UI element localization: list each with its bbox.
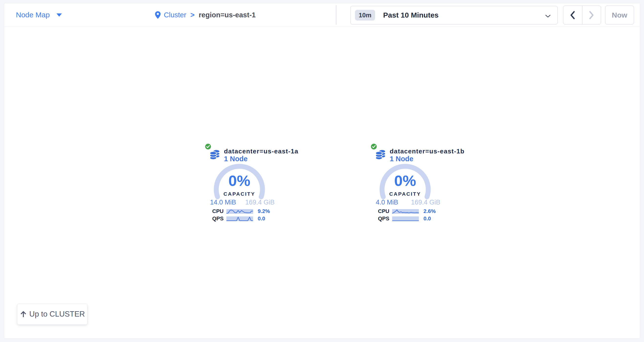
capacity-total: 169.4 GiB [411,199,440,206]
locality-card-us-east-1b[interactable]: datacenter=us-east-1b 1 Node 0% CAPACITY… [364,143,447,224]
qps-label: QPS [212,215,226,222]
capacity-used: 4.0 MiB [376,199,398,206]
arrow-up-icon [20,311,27,318]
qps-sparkline [226,216,253,221]
locality-card-us-east-1a[interactable]: datacenter=us-east-1a 1 Node 0% CAPACITY… [198,143,281,224]
capacity-percentage: 0% [198,173,281,189]
cpu-label: CPU [378,208,392,215]
database-stack-icon [376,149,386,161]
node-map-panel: Node Map Cluster > region=us-east-1 10m … [4,3,640,339]
time-back-button[interactable] [563,6,582,24]
cpu-metric-row: CPU 9.2% [212,208,270,215]
breadcrumb-separator: > [190,11,194,19]
header-divider [336,5,336,25]
capacity-percentage: 0% [364,173,447,189]
cpu-sparkline [392,209,419,214]
node-map-page: Node Map Cluster > region=us-east-1 10m … [0,0,644,342]
cpu-value: 2.6% [424,208,436,215]
cpu-label: CPU [212,208,226,215]
qps-value: 0.0 [258,215,265,222]
breadcrumb: Cluster > region=us-east-1 [155,3,256,27]
cpu-metric-row: CPU 2.6% [378,208,436,215]
cpu-value: 9.2% [258,208,270,215]
locality-title: datacenter=us-east-1b [390,148,464,155]
capacity-label: CAPACITY [364,191,447,197]
capacity-used: 14.0 MiB [210,199,236,206]
view-selector-dropdown[interactable]: Node Map [16,3,62,27]
database-stack-icon [210,149,220,161]
chevron-down-icon [545,14,550,18]
time-range-stepper [563,5,601,24]
map-header: Node Map Cluster > region=us-east-1 10m … [4,3,640,27]
caret-down-icon [56,13,62,16]
qps-metric-row: QPS 0.0 [378,215,431,222]
time-range-label: Past 10 Minutes [383,11,438,19]
locality-title: datacenter=us-east-1a [224,148,298,155]
qps-value: 0.0 [424,215,431,222]
breadcrumb-current-locality: region=us-east-1 [199,11,256,19]
qps-metric-row: QPS 0.0 [212,215,265,222]
up-to-cluster-button[interactable]: Up to CLUSTER [17,304,88,325]
view-selector-label: Node Map [16,11,50,19]
up-to-cluster-label: Up to CLUSTER [29,310,85,319]
time-range-dropdown[interactable]: 10m Past 10 Minutes [350,6,558,24]
capacity-label: CAPACITY [198,191,281,197]
capacity-range: 14.0 MiB 169.4 GiB [198,199,281,206]
qps-sparkline [392,216,419,221]
location-pin-icon [155,11,161,19]
time-forward-button[interactable] [582,6,601,24]
chevron-right-icon [589,11,594,19]
chevron-left-icon [570,11,575,19]
time-range-badge: 10m [355,10,375,20]
breadcrumb-cluster-link[interactable]: Cluster [164,11,186,19]
qps-label: QPS [378,215,392,222]
cpu-sparkline [226,209,253,214]
capacity-range: 4.0 MiB 169.4 GiB [364,199,447,206]
capacity-total: 169.4 GiB [245,199,274,206]
now-button[interactable]: Now [605,5,634,24]
